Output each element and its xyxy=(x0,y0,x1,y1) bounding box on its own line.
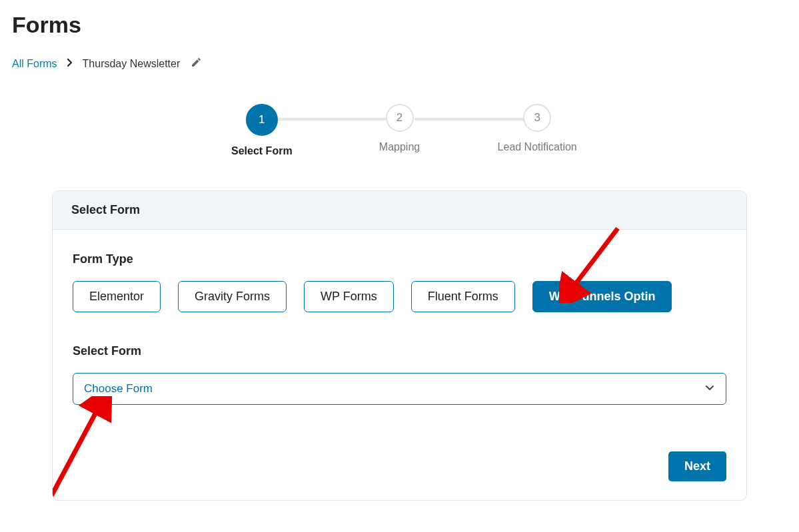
step-select-form[interactable]: 1 Select Form xyxy=(193,104,331,157)
choose-form-select[interactable]: Choose Form xyxy=(73,373,726,405)
page-title: Forms xyxy=(12,12,787,38)
select-placeholder: Choose Form xyxy=(84,382,153,396)
form-type-gravity-forms[interactable]: Gravity Forms xyxy=(178,281,287,312)
form-type-elementor[interactable]: Elementor xyxy=(73,281,161,312)
card-header: Select Form xyxy=(53,191,746,230)
step-label: Mapping xyxy=(379,141,420,153)
annotation-arrow-icon xyxy=(52,396,119,501)
form-type-woofunnels-optin[interactable]: WooFunnels Optin xyxy=(532,281,672,312)
step-mapping[interactable]: 2 Mapping xyxy=(331,104,468,153)
pencil-icon[interactable] xyxy=(191,57,202,71)
step-label: Select Form xyxy=(231,145,293,157)
step-circle: 1 xyxy=(246,104,278,136)
step-circle: 3 xyxy=(523,104,551,132)
form-type-fluent-forms[interactable]: Fluent Forms xyxy=(411,281,515,312)
select-form-card: Select Form Form Type Elementor Gravity … xyxy=(52,190,747,501)
step-circle: 2 xyxy=(386,104,414,132)
form-type-label: Form Type xyxy=(73,252,726,266)
chevron-right-icon xyxy=(67,58,73,69)
stepper-line xyxy=(278,118,389,121)
breadcrumb-root-link[interactable]: All Forms xyxy=(12,58,57,70)
chevron-down-icon xyxy=(704,382,715,396)
select-form-label: Select Form xyxy=(73,344,726,358)
step-label: Lead Notification xyxy=(498,141,577,153)
form-type-options: Elementor Gravity Forms WP Forms Fluent … xyxy=(73,281,726,312)
card-body: Form Type Elementor Gravity Forms WP For… xyxy=(53,230,746,500)
next-button[interactable]: Next xyxy=(668,451,726,481)
breadcrumb: All Forms Thursday Newsletter xyxy=(12,57,787,71)
step-lead-notification[interactable]: 3 Lead Notification xyxy=(468,104,606,153)
stepper: 1 Select Form 2 Mapping 3 Lead Notificat… xyxy=(193,104,606,157)
stepper-line xyxy=(414,118,525,121)
breadcrumb-current: Thursday Newsletter xyxy=(83,58,181,70)
form-type-wp-forms[interactable]: WP Forms xyxy=(304,281,394,312)
